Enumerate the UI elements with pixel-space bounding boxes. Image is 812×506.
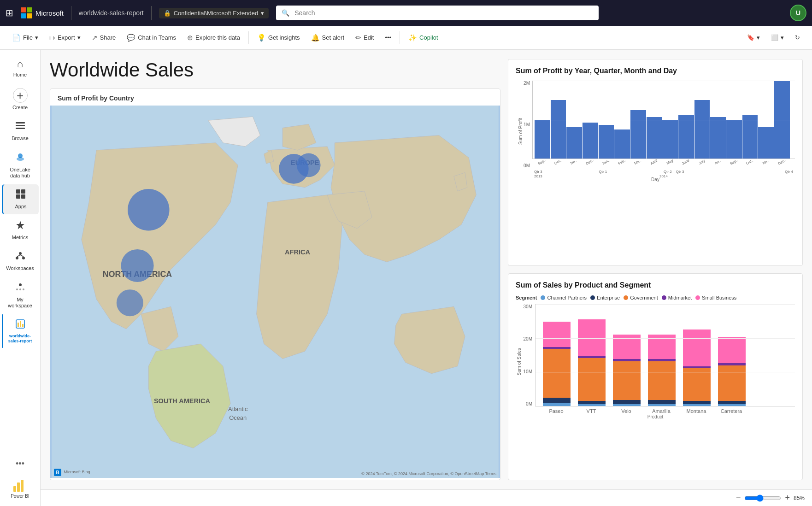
bar-nov2[interactable] bbox=[758, 127, 774, 159]
zoom-plus-button[interactable]: + bbox=[785, 493, 790, 503]
legend-channel: Channel Partners bbox=[541, 295, 587, 300]
edit-button[interactable]: ✏ Edit bbox=[351, 31, 378, 45]
confidential-icon: 🔒 bbox=[164, 10, 171, 17]
edit-icon: ✏ bbox=[355, 34, 361, 42]
myworkspace-icon bbox=[15, 282, 25, 295]
bar-montana[interactable] bbox=[683, 304, 711, 406]
sidebar-home-label: Home bbox=[13, 72, 27, 78]
qtr1-label: Qtr 1 bbox=[599, 170, 664, 174]
refresh-button[interactable]: ↻ bbox=[790, 31, 805, 44]
x-velo: Velo bbox=[612, 408, 640, 414]
map-section-title: Sum of Profit by Country bbox=[50, 89, 500, 106]
more-options-button[interactable]: ••• bbox=[380, 31, 396, 44]
svg-rect-5 bbox=[16, 125, 25, 126]
svg-point-14 bbox=[19, 252, 22, 255]
svg-rect-29 bbox=[21, 480, 24, 492]
qtr3-label: Qtr 3 bbox=[534, 170, 599, 174]
share-button[interactable]: ↗ Share bbox=[87, 31, 121, 45]
sidebar-create-label: Create bbox=[12, 105, 28, 111]
sidebar-report-label: worldwide-sales-report bbox=[6, 334, 35, 344]
sales-y-axis-title: Sum of Sales bbox=[517, 348, 522, 375]
government-dot bbox=[624, 295, 628, 300]
refresh-icon: ↻ bbox=[795, 34, 800, 41]
svg-point-41 bbox=[297, 153, 321, 177]
svg-text:AFRICA: AFRICA bbox=[285, 248, 310, 256]
sidebar-item-browse[interactable]: Browse bbox=[2, 116, 39, 146]
avatar[interactable]: U bbox=[790, 5, 806, 21]
file-icon: 📄 bbox=[12, 34, 21, 42]
sidebar-item-apps[interactable]: Apps bbox=[2, 184, 39, 214]
map-attribution-right: © 2024 TomTom, © 2024 Microsoft Corporat… bbox=[361, 471, 496, 476]
sidebar-item-workspaces[interactable]: Workspaces bbox=[2, 246, 39, 276]
svg-rect-10 bbox=[21, 189, 25, 194]
bar-feb[interactable] bbox=[614, 129, 630, 159]
bar-vtt[interactable] bbox=[578, 304, 606, 406]
sidebar-item-onelake[interactable]: OneLake data hub bbox=[2, 147, 39, 183]
layout-button[interactable]: ⬜ ▾ bbox=[766, 31, 788, 44]
bar-oct[interactable] bbox=[551, 100, 566, 159]
svg-text:Ocean: Ocean bbox=[229, 414, 247, 421]
content-area: Worldwide Sales Sum of Profit by Country bbox=[41, 50, 812, 506]
bar-nov[interactable] bbox=[566, 127, 582, 159]
bar-may[interactable] bbox=[662, 120, 678, 159]
sidebar-item-metrics[interactable]: Metrics bbox=[2, 215, 39, 245]
bar-mar[interactable] bbox=[630, 110, 646, 159]
set-alert-button[interactable]: 🔔 Set alert bbox=[306, 31, 349, 45]
bar-apr[interactable] bbox=[647, 117, 662, 159]
zoom-minus-button[interactable]: − bbox=[736, 493, 741, 503]
bar-sep2[interactable] bbox=[726, 120, 742, 159]
chevron-down-icon: ▾ bbox=[261, 10, 264, 17]
sidebar-workspaces-label: Workspaces bbox=[6, 265, 34, 271]
file-button[interactable]: 📄 File ▾ bbox=[7, 31, 43, 45]
sidebar-item-create[interactable]: + Create bbox=[2, 83, 39, 115]
bar-jul[interactable] bbox=[694, 100, 710, 159]
bar-jun[interactable] bbox=[678, 115, 694, 159]
bar-velo[interactable] bbox=[613, 304, 641, 406]
svg-rect-9 bbox=[16, 189, 20, 194]
bar-oct2[interactable] bbox=[742, 115, 758, 159]
bookmark-chevron: ▾ bbox=[757, 34, 760, 41]
svg-rect-0 bbox=[21, 7, 26, 12]
right-panel: Sum of Profit by Year, Quarter, Month an… bbox=[508, 59, 803, 480]
search-input[interactable] bbox=[276, 6, 599, 20]
topbar: ⊞ Microsoft worldwide-sales-report 🔒 Con… bbox=[0, 0, 812, 26]
bar-dec[interactable] bbox=[583, 123, 598, 159]
more-nav-button[interactable]: ••• bbox=[16, 459, 24, 469]
bar-amarilla[interactable] bbox=[648, 304, 676, 406]
map-container[interactable]: NORTH AMERICA SOUTH AMERICA AFRICA EUROP… bbox=[50, 106, 500, 478]
sales-y-0m: 0M bbox=[526, 401, 532, 406]
midmarket-label: Midmarket bbox=[668, 295, 692, 300]
sidebar-item-home[interactable]: ⌂ Home bbox=[2, 53, 39, 82]
export-button[interactable]: ↦ Export ▾ bbox=[45, 31, 85, 45]
sidebar-item-report[interactable]: worldwide-sales-report bbox=[2, 314, 39, 348]
bar-carretera[interactable] bbox=[718, 304, 746, 406]
bookmark-button[interactable]: 🔖 ▾ bbox=[742, 31, 765, 44]
bar-jan[interactable] bbox=[599, 125, 614, 159]
explore-data-button[interactable]: ⊕ Explore this data bbox=[182, 31, 245, 45]
grid-icon[interactable]: ⊞ bbox=[6, 7, 13, 18]
svg-rect-3 bbox=[27, 13, 32, 18]
confidential-badge[interactable]: 🔒 Confidential\Microsoft Extended ▾ bbox=[159, 8, 269, 18]
channel-dot bbox=[541, 295, 545, 300]
copilot-button[interactable]: ✨ Copilot bbox=[404, 31, 442, 45]
bar-sep[interactable] bbox=[535, 120, 550, 159]
sales-y-30m: 30M bbox=[524, 304, 532, 309]
svg-point-38 bbox=[121, 249, 153, 282]
svg-rect-1 bbox=[27, 7, 32, 12]
zoom-slider[interactable] bbox=[744, 494, 781, 502]
svg-text:B: B bbox=[56, 470, 59, 475]
svg-rect-27 bbox=[13, 486, 16, 492]
ms-logo: Microsoft bbox=[21, 7, 64, 18]
sidebar-item-myworkspace[interactable]: My workspace bbox=[2, 277, 39, 313]
zoom-level: 85% bbox=[794, 495, 805, 501]
search-container: 🔍 bbox=[276, 6, 599, 20]
sidebar-metrics-label: Metrics bbox=[12, 235, 28, 241]
svg-marker-13 bbox=[16, 221, 24, 229]
bar-paseo[interactable] bbox=[543, 304, 571, 406]
bar-aug[interactable] bbox=[710, 117, 726, 159]
profit-chart-title: Sum of Profit by Year, Quarter, Month an… bbox=[516, 67, 795, 75]
get-insights-button[interactable]: 💡 Get insights bbox=[253, 31, 305, 45]
chat-teams-button[interactable]: 💬 Chat in Teams bbox=[122, 31, 181, 45]
svg-text:Atlantic: Atlantic bbox=[228, 406, 248, 412]
toolbar-sep2 bbox=[400, 31, 400, 44]
